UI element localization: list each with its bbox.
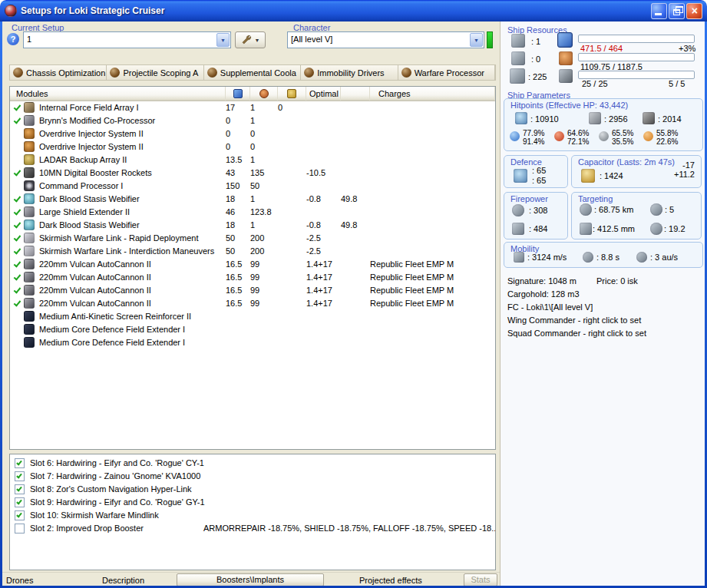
module-row[interactable]: Medium Anti-Kinetic Screen Reinforcer II [10, 310, 495, 323]
module-icon [24, 115, 35, 126]
module-powergrid-value: 99 [250, 258, 259, 270]
capacitor-column-header[interactable] [278, 87, 306, 101]
slot-checkbox[interactable] [15, 510, 25, 520]
module-row[interactable]: Skirmish Warfare Link - Interdiction Man… [10, 245, 495, 258]
implant-slot-row[interactable]: Slot 9: Hardwiring - Eifyr and Co. 'Rogu… [10, 497, 495, 510]
max-velocity-icon [514, 252, 524, 263]
module-optimal-value: -10.5 [306, 167, 325, 179]
firepower-label: Firepower [510, 194, 548, 203]
volley-value: : 308 [529, 206, 547, 215]
drone-bar [578, 71, 695, 79]
module-powergrid-value: 200 [250, 245, 264, 257]
squad-commander-text[interactable]: Squad Commander - right click to set [507, 329, 646, 338]
module-powergrid-value: 99 [250, 297, 259, 309]
maximize-button[interactable] [669, 3, 685, 19]
implant-slot-row[interactable]: Slot 7: Hardwiring - Zainou 'Gnome' KVA1… [10, 471, 495, 484]
cpu-icon [557, 32, 573, 48]
module-row[interactable]: 220mm Vulcan AutoCannon II 16.5 99 1.4+1… [10, 271, 495, 284]
character-combobox[interactable]: [All level V] ▼ [287, 31, 484, 48]
subsystem-tab[interactable]: Projectile Scoping A [107, 65, 203, 80]
module-powergrid-value: 1 [250, 114, 255, 127]
cpu-column-header[interactable] [226, 87, 250, 101]
tab-projected-effects[interactable]: Projected effects [359, 576, 422, 585]
slot-checkbox[interactable] [15, 471, 25, 481]
slot-checkbox[interactable] [15, 497, 25, 507]
powergrid-column-header[interactable] [250, 87, 278, 101]
module-row[interactable]: Brynn's Modified Co-Processor 0 1 [10, 114, 495, 127]
tab-drones[interactable]: Drones [6, 576, 33, 585]
module-powergrid-value: 1 [250, 219, 255, 231]
module-row[interactable]: Medium Core Defence Field Extender I [10, 323, 495, 336]
module-row[interactable]: LADAR Backup Array II 13.5 1 [10, 154, 495, 167]
module-row[interactable]: Medium Core Defence Field Extender I [10, 336, 495, 349]
current-setup-dropdown-button[interactable]: ▼ [216, 33, 230, 47]
implant-slot-row[interactable]: Slot 6: Hardwiring - Eifyr and Co. 'Rogu… [10, 458, 495, 471]
module-icon [24, 246, 35, 256]
module-row[interactable]: Internal Force Field Array I 17 1 0 [10, 101, 495, 114]
active-check-icon [14, 259, 21, 267]
modules-column-header[interactable]: Modules [10, 87, 226, 101]
subsystem-tab[interactable]: Warfare Processor [398, 65, 495, 80]
implant-slot-row[interactable]: Slot 10: Skirmish Warfare Mindlink [10, 510, 495, 523]
tab-description[interactable]: Description [102, 576, 144, 585]
slot-checkbox[interactable] [15, 458, 25, 468]
slot-label: Slot 10: Skirmish Warfare Mindlink [30, 510, 159, 521]
slot-checkbox[interactable] [15, 484, 25, 494]
wing-commander-text[interactable]: Wing Commander - right click to set [507, 315, 641, 325]
check-icon [16, 460, 22, 466]
active-check-icon [14, 116, 21, 124]
capacitor-icon [287, 89, 296, 98]
max-targets-value: : 5 [665, 205, 674, 214]
module-cpu-value: 18 [226, 193, 235, 205]
subsystem-tab[interactable]: Supplemental Coola [204, 65, 301, 80]
minimize-button[interactable] [651, 3, 667, 19]
close-button[interactable]: × [686, 3, 702, 19]
tab-boosters-implants[interactable]: Boosters\Implants [177, 573, 324, 586]
setup-tools-button[interactable]: ▼ [235, 31, 266, 48]
module-row[interactable]: Overdrive Injector System II 0 0 [10, 140, 495, 154]
skill-level-indicator [487, 31, 493, 48]
check-icon [16, 499, 22, 505]
module-row[interactable]: Command Processor I 150 50 [10, 180, 495, 193]
module-row[interactable]: 220mm Vulcan AutoCannon II 16.5 99 1.4+1… [10, 258, 495, 271]
falloff-column-header[interactable] [341, 87, 370, 101]
module-row[interactable]: 220mm Vulcan AutoCannon II 16.5 99 1.4+1… [10, 297, 495, 310]
module-row[interactable]: Large Shield Extender II 46 123.8 [10, 206, 495, 219]
module-row[interactable]: 220mm Vulcan AutoCannon II 16.5 99 1.4+1… [10, 284, 495, 297]
damage-type-icon [643, 131, 653, 141]
subsystem-tab[interactable]: Immobility Drivers [301, 65, 398, 80]
module-icon [24, 128, 35, 139]
character-dropdown-button[interactable]: ▼ [470, 33, 483, 47]
implant-slot-row[interactable]: Slot 2: Improved Drop Booster ARMORREPAI… [10, 523, 495, 536]
titlebar[interactable]: Setups for Loki Strategic Cruiser × [0, 0, 707, 21]
current-setup-combobox[interactable]: 1 ▼ [23, 31, 231, 48]
module-cpu-value: 16.5 [226, 258, 242, 270]
module-row[interactable]: Skirmish Warfare Link - Rapid Deployment… [10, 232, 495, 245]
optimal-column-header[interactable]: Optimal [306, 87, 341, 101]
charges-column-header[interactable]: Charges [370, 87, 495, 101]
module-row[interactable]: Dark Blood Stasis Webifier 18 1 -0.8 49.… [10, 219, 495, 232]
shield-resist-value: 65.5% [612, 129, 633, 137]
module-charge: Republic Fleet EMP M [370, 297, 454, 309]
current-setup-value: 1 [27, 35, 215, 44]
module-charge: Republic Fleet EMP M [370, 271, 454, 283]
module-icon [24, 311, 35, 322]
module-powergrid-value: 50 [250, 180, 259, 192]
dps-value: : 484 [529, 224, 547, 233]
module-row[interactable]: Overdrive Injector System II 0 0 [10, 127, 495, 140]
tab-stats[interactable]: Stats [464, 573, 497, 586]
module-powergrid-value: 135 [250, 167, 264, 179]
modules-header-row: Modules Optimal Charges [10, 87, 495, 101]
module-row[interactable]: 10MN Digital Booster Rockets 43 135 -10.… [10, 167, 495, 180]
subsystem-tab[interactable]: Chassis Optimization [10, 65, 107, 80]
powergrid-icon [559, 51, 573, 65]
module-powergrid-value: 1 [250, 193, 255, 205]
module-name: 220mm Vulcan AutoCannon II [39, 297, 225, 309]
warp-speed-icon [636, 252, 647, 263]
shield-resist-value: 64.6% [567, 129, 589, 137]
module-row[interactable]: Dark Blood Stasis Webifier 18 1 -0.8 49.… [10, 193, 495, 206]
implant-slot-row[interactable]: Slot 8: Zor's Custom Navigation Hyper-Li… [10, 484, 495, 497]
chevron-down-icon: ▼ [474, 38, 479, 43]
help-icon[interactable]: ? [7, 33, 19, 45]
slot-checkbox[interactable] [15, 524, 25, 533]
